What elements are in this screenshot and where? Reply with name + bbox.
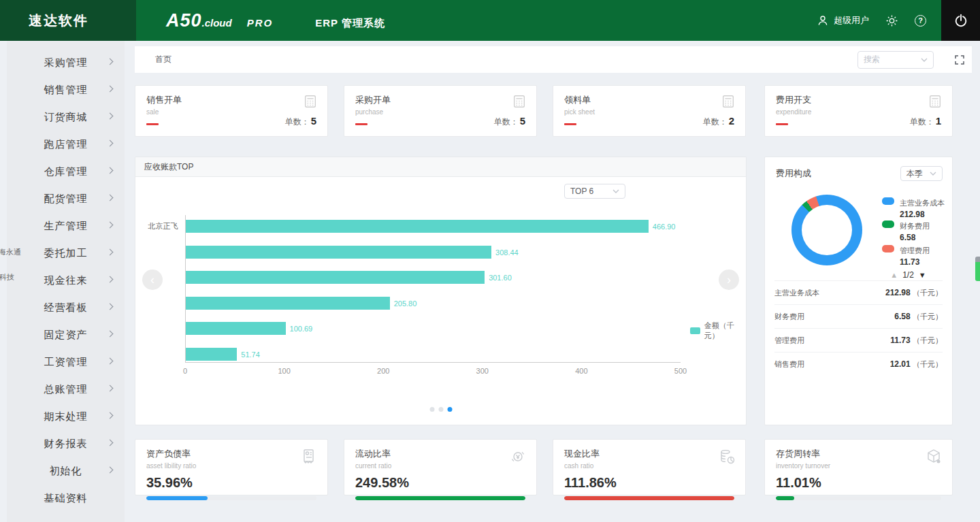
search-placeholder: 搜索	[864, 54, 921, 65]
bar-value: 308.44	[495, 248, 519, 257]
legend-value: 212.98	[900, 210, 945, 219]
donut-hole	[802, 205, 852, 255]
expense-donut-chart[interactable]	[791, 195, 862, 265]
legend-swatch	[882, 221, 894, 228]
x-tick: 400	[575, 367, 587, 375]
red-dash	[776, 123, 788, 125]
app-logo: 速达软件	[0, 0, 136, 41]
sidebar-item-financial-reports[interactable]: 财务报表	[7, 430, 125, 457]
username[interactable]: 超级用户	[834, 14, 869, 27]
red-dash	[146, 123, 159, 125]
legend-label: 财务费用	[900, 222, 930, 230]
stat-count: 单数：5	[285, 115, 316, 128]
carousel-dot[interactable]	[429, 407, 434, 412]
x-axis-ticks: 0 100 200 300 400 500	[185, 367, 681, 376]
brand-name: A50	[166, 10, 202, 31]
expense-list: 主营业务成本 212.98 （千元） 财务费用 6.58 （千元） 管理费用 1…	[774, 280, 943, 376]
ratio-card-inventory-turnover[interactable]: 存货周转率 inventory turnover 11.01%	[764, 439, 953, 495]
carousel-prev-button[interactable]: ‹	[142, 270, 163, 290]
expense-list-row: 财务费用 6.58 （千元）	[774, 304, 943, 328]
sidebar-item-sales-mgmt[interactable]: 销售管理	[7, 76, 125, 103]
ratio-card-current-ratio[interactable]: 流动比率 current ratio 249.58%	[344, 439, 537, 495]
breadcrumb-home[interactable]: 首页	[155, 54, 172, 65]
period-select[interactable]: 本季	[900, 166, 943, 181]
chevron-right-icon	[107, 59, 114, 65]
sidebar-item-payroll-mgmt[interactable]: 工资管理	[7, 348, 125, 376]
bar[interactable]	[186, 246, 491, 259]
bar[interactable]	[186, 271, 485, 284]
stat-title: 销售开单	[146, 94, 316, 106]
sidebar-item-warehouse-mgmt[interactable]: 仓库管理	[7, 158, 125, 185]
ratio-value: 11.01%	[776, 475, 941, 491]
progress-track	[146, 496, 316, 500]
bar[interactable]	[186, 322, 286, 335]
x-tick: 100	[278, 367, 290, 375]
side-widget-green	[975, 262, 980, 281]
chevron-right-icon	[107, 86, 114, 93]
stat-card-sale[interactable]: 销售开单 sale 单数：5	[135, 85, 328, 137]
legend-value: 6.58	[900, 233, 930, 242]
ratio-card-cash-ratio[interactable]: 现金比率 cash ratio 111.86%	[553, 439, 746, 495]
settings-gear-icon[interactable]	[885, 14, 898, 27]
sidebar-item-initialization[interactable]: 初始化	[7, 457, 125, 485]
brand-badge: PRO	[247, 17, 274, 29]
search-select[interactable]: 搜索	[858, 51, 934, 69]
stat-card-purchase[interactable]: 采购开单 purchase 单数：5	[344, 85, 537, 137]
sidebar-item-basic-data[interactable]: 基础资料	[7, 485, 125, 512]
sidebar-item-outsourcing[interactable]: 委托加工	[7, 240, 125, 267]
carousel-dot-active[interactable]	[447, 407, 452, 412]
pager-up-arrow[interactable]: ▲	[890, 271, 898, 279]
ratio-card-asset-liability[interactable]: 资产负债率 asset libility ratio 35.96%	[135, 439, 328, 495]
side-widget-tab[interactable]	[975, 257, 980, 281]
chevron-right-icon	[107, 113, 114, 120]
chevron-right-icon	[107, 276, 114, 283]
chevron-right-icon	[107, 331, 114, 338]
carousel-next-button[interactable]: ›	[719, 270, 739, 290]
stat-card-expenditure[interactable]: 费用开支 expenditure 单数：1	[764, 85, 953, 137]
sidebar-item-order-mall[interactable]: 订货商城	[7, 103, 125, 131]
stat-title: 领料单	[564, 94, 734, 106]
calculator-icon	[928, 94, 943, 112]
sidebar-item-cash-flow[interactable]: 现金往来	[7, 267, 125, 294]
sidebar-item-business-dashboard[interactable]: 经营看板	[7, 294, 125, 321]
bar-value: 205.80	[394, 299, 417, 308]
pager-down-arrow[interactable]: ▼	[919, 271, 926, 279]
stat-title: 费用开支	[776, 94, 941, 106]
sidebar-item-purchase-mgmt[interactable]: 采购管理	[7, 49, 125, 76]
bar-category-label: 上海永通	[0, 247, 21, 257]
calculator-icon	[303, 94, 318, 112]
bar-value: 51.74	[241, 350, 260, 359]
sidebar-item-distribution-mgmt[interactable]: 配货管理	[7, 185, 125, 212]
stat-cards-row: 销售开单 sale 单数：5 采购开单 purchase	[135, 85, 972, 137]
stat-card-pick-sheet[interactable]: 领料单 pick sheet 单数：2	[553, 85, 746, 137]
sidebar-item-fixed-assets[interactable]: 固定资产	[7, 321, 125, 348]
logout-power-button[interactable]	[941, 0, 980, 41]
carousel-dot[interactable]	[438, 407, 443, 412]
bar-row: 广东红升 51.74	[186, 348, 260, 361]
sidebar-item-production-mgmt[interactable]: 生产管理	[7, 212, 125, 240]
calculator-icon	[512, 94, 527, 112]
bar-value: 301.60	[489, 274, 512, 282]
bar[interactable]	[186, 348, 237, 361]
panel-title: 费用构成	[776, 167, 811, 180]
chevron-down-icon	[612, 189, 619, 193]
donut-legend-item: 管理费用11.73	[882, 244, 930, 267]
help-icon[interactable]: ?	[915, 15, 926, 27]
top-n-select[interactable]: TOP 6	[564, 184, 625, 199]
chevron-right-icon	[107, 140, 114, 147]
red-dash	[355, 123, 368, 125]
progress-fill	[355, 496, 525, 500]
bar-row: 洪海科技 301.60	[186, 271, 512, 284]
sidebar-item-general-ledger[interactable]: 总账管理	[7, 376, 125, 403]
sidebar-item-store-visit[interactable]: 跑店管理	[7, 131, 125, 158]
pager-text: 1/2	[902, 270, 914, 280]
sidebar-item-period-end[interactable]: 期末处理	[7, 403, 125, 430]
fullscreen-icon[interactable]	[954, 54, 965, 65]
donut-legend-item: 财务费用6.58	[882, 219, 930, 242]
system-name: ERP 管理系统	[315, 17, 385, 30]
bar[interactable]	[186, 297, 390, 310]
legend-value: 11.73	[900, 257, 930, 267]
stat-count: 单数：2	[703, 115, 734, 128]
receivables-top-panel: 应收账款TOP TOP 6 北京正飞 466.90 上海永通 308.44	[135, 157, 747, 425]
bar[interactable]	[186, 220, 649, 233]
